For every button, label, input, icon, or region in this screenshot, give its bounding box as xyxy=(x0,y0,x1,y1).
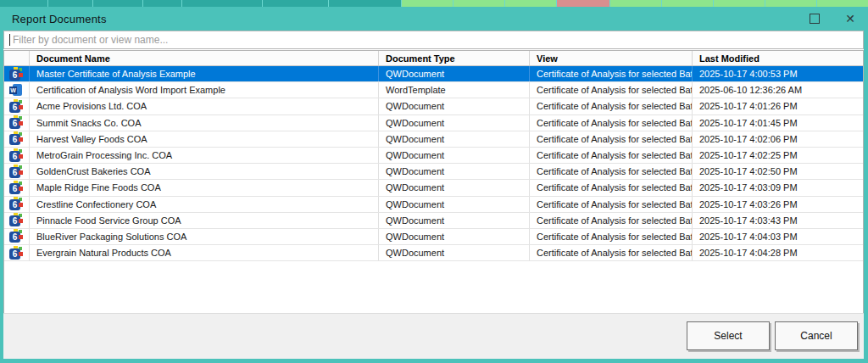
view-cell: Certificate of Analysis for selected Bat… xyxy=(530,98,693,114)
last-modified-cell: 2025-10-17 4:03:43 PM xyxy=(693,213,863,228)
document-type-cell: QWDocument xyxy=(379,180,530,195)
last-modified-cell: 2025-10-17 4:00:53 PM xyxy=(693,66,863,81)
column-header-view[interactable]: View xyxy=(530,51,693,65)
document-type-cell: WordTemplate xyxy=(379,82,530,98)
document-icon-cell: 6 xyxy=(4,98,30,114)
document-name-cell: Evergrain Natural Products COA xyxy=(30,245,379,260)
table-row[interactable]: 6 Pinnacle Food Service Group COA QWDocu… xyxy=(4,213,863,229)
view-cell: Certificate of Analysis for selected Bat… xyxy=(530,213,693,228)
dialog-footer: Select Cancel xyxy=(3,313,864,359)
document-name-cell: GoldenCrust Bakeries COA xyxy=(30,164,379,179)
qw-document-icon: 6 xyxy=(9,67,24,81)
last-modified-cell: 2025-06-10 12:36:26 AM xyxy=(693,82,863,98)
dialog-client-area: Filter by document or view name... Docum… xyxy=(3,31,864,359)
document-icon-cell: 6 xyxy=(4,131,30,147)
close-button[interactable]: ✕ xyxy=(836,7,865,31)
table-row[interactable]: 6 Summit Snacks Co. COA QWDocument Certi… xyxy=(4,115,863,131)
dialog-title: Report Documents xyxy=(12,13,107,25)
qw-document-icon: 6 xyxy=(9,229,24,243)
app-tab-segment xyxy=(143,0,181,7)
maximize-icon xyxy=(810,14,820,24)
document-name-cell: Maple Ridge Fine Foods COA xyxy=(30,180,379,195)
column-header-icon[interactable] xyxy=(4,51,30,65)
table-row[interactable]: W Certification of Analysis Word Import … xyxy=(4,82,863,98)
qw-document-icon: 6 xyxy=(9,99,24,114)
document-type-cell: QWDocument xyxy=(379,115,530,131)
column-header-document-name[interactable]: Document Name xyxy=(30,51,379,65)
qw-document-icon: 6 xyxy=(9,197,24,211)
text-caret xyxy=(9,34,10,46)
table-row[interactable]: 6 Harvest Valley Foods COA QWDocument Ce… xyxy=(4,131,863,148)
last-modified-cell: 2025-10-17 4:03:09 PM xyxy=(693,180,863,195)
app-tab-segment xyxy=(557,0,609,7)
document-type-cell: QWDocument xyxy=(379,245,530,260)
document-icon-cell: 6 xyxy=(4,66,30,81)
table-row[interactable]: 6 Evergrain Natural Products COA QWDocum… xyxy=(4,245,863,261)
document-name-cell: Pinnacle Food Service Group COA xyxy=(30,213,379,228)
view-cell: Certificate of Analysis for selected Bat… xyxy=(530,115,693,131)
qw-document-icon: 6 xyxy=(9,246,24,260)
app-tab-segment xyxy=(182,0,262,7)
last-modified-cell: 2025-10-17 4:04:28 PM xyxy=(693,245,863,260)
background-app-tabs-strip xyxy=(0,0,868,7)
select-button[interactable]: Select xyxy=(687,321,770,350)
table-row[interactable]: 6 Maple Ridge Fine Foods COA QWDocument … xyxy=(4,180,863,196)
column-header-last-modified[interactable]: Last Modified xyxy=(693,51,863,65)
document-icon-cell: 6 xyxy=(4,229,30,244)
filter-input[interactable]: Filter by document or view name... xyxy=(3,31,864,49)
app-tab-segment xyxy=(48,0,92,7)
document-icon-cell: 6 xyxy=(4,180,30,195)
cancel-button[interactable]: Cancel xyxy=(775,321,858,350)
document-type-cell: QWDocument xyxy=(379,98,530,114)
app-tab-segment xyxy=(662,0,713,7)
app-tab-segment xyxy=(714,0,765,7)
document-name-cell: Certification of Analysis Word Import Ex… xyxy=(30,82,379,98)
last-modified-cell: 2025-10-17 4:03:26 PM xyxy=(693,197,863,212)
maximize-button[interactable] xyxy=(800,7,829,31)
document-icon-cell: W xyxy=(4,82,30,98)
qw-document-icon: 6 xyxy=(9,131,24,146)
table-row[interactable]: 6 MetroGrain Processing Inc. COA QWDocum… xyxy=(4,148,863,164)
document-icon-cell: 6 xyxy=(4,115,30,131)
view-cell: Certificate of Analysis for selected Bat… xyxy=(530,180,693,195)
document-type-cell: QWDocument xyxy=(379,213,530,228)
close-icon: ✕ xyxy=(845,13,855,25)
view-cell: Certificate of Analysis for selected Bat… xyxy=(530,82,693,98)
table-body: 6 Master Certificate of Analysis Example… xyxy=(4,66,863,261)
table-row[interactable]: 6 Acme Provisions Ltd. COA QWDocument Ce… xyxy=(4,98,863,114)
last-modified-cell: 2025-10-17 4:04:03 PM xyxy=(693,229,863,244)
document-icon-cell: 6 xyxy=(4,245,30,260)
app-tab-segment xyxy=(0,0,47,7)
dialog-titlebar[interactable]: Report Documents ✕ xyxy=(0,7,868,31)
document-name-cell: Harvest Valley Foods COA xyxy=(30,131,379,147)
app-tab-segment xyxy=(93,0,142,7)
table-row[interactable]: 6 Master Certificate of Analysis Example… xyxy=(4,66,863,82)
document-type-cell: QWDocument xyxy=(379,66,530,81)
table-header: Document NameDocument TypeViewLast Modif… xyxy=(4,51,863,66)
word-template-icon: W xyxy=(9,83,24,98)
table-row[interactable]: 6 Crestline Confectionery COA QWDocument… xyxy=(4,197,863,213)
document-icon-cell: 6 xyxy=(4,164,30,179)
qw-document-icon: 6 xyxy=(9,148,24,163)
view-cell: Certificate of Analysis for selected Bat… xyxy=(530,131,693,147)
last-modified-cell: 2025-10-17 4:01:26 PM xyxy=(693,98,863,114)
document-name-cell: Acme Provisions Ltd. COA xyxy=(30,98,379,114)
view-cell: Certificate of Analysis for selected Bat… xyxy=(530,164,693,179)
column-header-document-type[interactable]: Document Type xyxy=(379,51,530,65)
table-row[interactable]: 6 GoldenCrust Bakeries COA QWDocument Ce… xyxy=(4,164,863,180)
qw-document-icon: 6 xyxy=(9,213,24,227)
qw-document-icon: 6 xyxy=(9,181,24,195)
document-name-cell: BlueRiver Packaging Solutions COA xyxy=(30,229,379,244)
document-type-cell: QWDocument xyxy=(379,131,530,147)
document-type-cell: QWDocument xyxy=(379,229,530,244)
table-row[interactable]: 6 BlueRiver Packaging Solutions COA QWDo… xyxy=(4,229,863,245)
document-type-cell: QWDocument xyxy=(379,197,530,212)
document-type-cell: QWDocument xyxy=(379,148,530,163)
view-cell: Certificate of Analysis for selected Bat… xyxy=(530,197,693,212)
qw-document-icon: 6 xyxy=(9,115,24,130)
filter-placeholder: Filter by document or view name... xyxy=(13,34,168,46)
app-tab-segment xyxy=(610,0,661,7)
documents-table: Document NameDocument TypeViewLast Modif… xyxy=(3,50,864,313)
document-name-cell: Summit Snacks Co. COA xyxy=(30,115,379,131)
app-tab-segment xyxy=(505,0,556,7)
